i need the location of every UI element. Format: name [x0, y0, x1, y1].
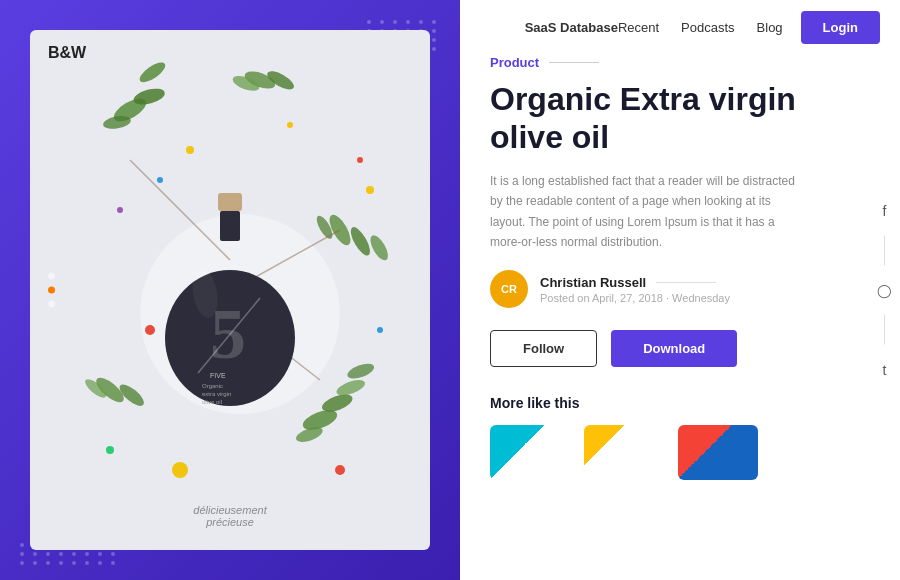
svg-point-28 [335, 465, 345, 475]
more-card-3[interactable] [678, 425, 758, 480]
nav-saas-database[interactable]: SaaS Database [525, 20, 618, 35]
nav-podcasts[interactable]: Podcasts [681, 20, 734, 35]
author-row: CR Christian Russell Posted on April, 27… [490, 270, 870, 308]
svg-point-24 [366, 186, 374, 194]
right-panel: f ◯ t Product Organic Extra virgin olive… [460, 0, 900, 580]
login-button[interactable]: Login [801, 11, 880, 44]
svg-point-2 [137, 59, 168, 86]
author-date: Posted on April, 27, 2018 · Wednesday [540, 292, 730, 304]
svg-text:Organic: Organic [202, 383, 223, 389]
svg-point-27 [172, 462, 188, 478]
follow-button[interactable]: Follow [490, 330, 597, 367]
svg-point-29 [377, 327, 383, 333]
nav-links: Recent Podcasts Blog [618, 20, 783, 35]
svg-point-23 [287, 122, 293, 128]
more-card-1[interactable] [490, 425, 570, 480]
svg-rect-34 [220, 211, 240, 241]
svg-point-13 [335, 377, 367, 399]
svg-text:olive oil: olive oil [202, 399, 222, 405]
navbar: SaaS Database Recent Podcasts Blog Login [460, 0, 900, 55]
svg-point-32 [357, 157, 363, 163]
nav-blog[interactable]: Blog [757, 20, 783, 35]
product-tagline: délicieusement précieuse [193, 504, 266, 528]
author-info: Christian Russell Posted on April, 27, 2… [540, 275, 730, 304]
action-buttons: Follow Download [490, 330, 870, 367]
more-like-this-title: More like this [490, 395, 870, 411]
product-scene: 5 FIVE Organic extra virgin olive oil [30, 30, 430, 550]
more-cards [490, 425, 870, 480]
svg-point-30 [117, 207, 123, 213]
more-card-2[interactable] [584, 425, 664, 480]
instagram-icon[interactable]: ◯ [877, 284, 892, 297]
svg-rect-33 [218, 193, 242, 211]
svg-text:extra virgin: extra virgin [202, 391, 231, 397]
svg-point-26 [106, 446, 114, 454]
product-description: It is a long established fact that a rea… [490, 171, 800, 253]
svg-text:5: 5 [210, 294, 246, 374]
product-image-panel: B&W [30, 30, 430, 550]
svg-point-8 [347, 224, 373, 258]
product-category: Product [490, 55, 870, 70]
svg-point-15 [346, 361, 376, 382]
avatar: CR [490, 270, 528, 308]
download-button[interactable]: Download [611, 330, 737, 367]
bottle: 5 FIVE Organic extra virgin olive oil [150, 183, 310, 417]
social-divider-1 [884, 236, 885, 266]
author-name: Christian Russell [540, 275, 730, 290]
logo: B&W [48, 44, 86, 62]
svg-text:FIVE: FIVE [210, 372, 226, 379]
facebook-icon[interactable]: f [883, 204, 887, 218]
product-title: Organic Extra virgin olive oil [490, 80, 870, 157]
svg-point-22 [186, 146, 194, 154]
social-sidebar: f ◯ t [877, 204, 892, 377]
svg-point-9 [367, 233, 391, 263]
twitter-icon[interactable]: t [883, 363, 887, 377]
social-divider-2 [884, 315, 885, 345]
nav-recent[interactable]: Recent [618, 20, 659, 35]
